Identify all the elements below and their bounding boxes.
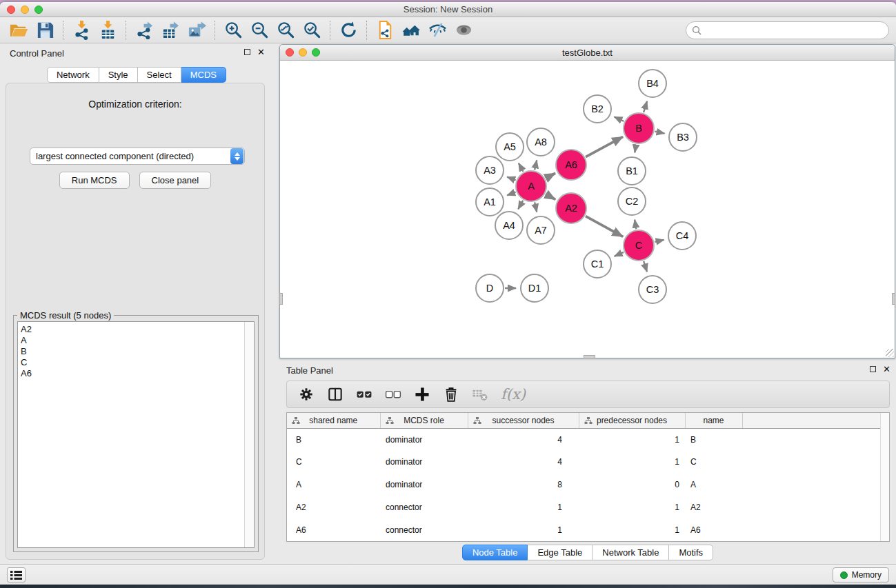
mcds-result-item[interactable]: C: [21, 357, 244, 368]
graph-edge-C-C4[interactable]: [655, 240, 664, 242]
graph-node-A5[interactable]: A5: [496, 133, 524, 161]
deselect-all-rows-button[interactable]: [381, 383, 406, 406]
column-header-name[interactable]: name: [685, 413, 742, 428]
table-row[interactable]: A6connector11A6: [287, 518, 880, 541]
graph-node-A4[interactable]: A4: [495, 212, 523, 239]
save-session-button[interactable]: [32, 19, 58, 41]
column-header-shared-name[interactable]: shared name: [287, 413, 380, 428]
graph-edge-A2-C[interactable]: [586, 216, 623, 237]
graph-node-C4[interactable]: C4: [668, 222, 696, 250]
open-session-button[interactable]: [6, 19, 32, 41]
network-window-titlebar[interactable]: testGlobe.txt: [280, 45, 895, 61]
graph-edge-B-B2[interactable]: [614, 116, 624, 121]
export-image-button[interactable]: [183, 19, 210, 41]
float-panel-icon[interactable]: [244, 49, 250, 55]
hide-panels-button[interactable]: [424, 19, 450, 41]
graph-node-D1[interactable]: D1: [521, 274, 548, 302]
graph-node-C3[interactable]: C3: [639, 276, 666, 303]
export-network-button[interactable]: [131, 19, 157, 41]
tab-motifs[interactable]: Motifs: [669, 545, 713, 560]
graph-edge-A-A1[interactable]: [507, 192, 515, 196]
tab-style[interactable]: Style: [99, 67, 138, 83]
graph-node-A[interactable]: A: [516, 171, 546, 201]
graph-edge-C-C2[interactable]: [635, 220, 636, 230]
table-row[interactable]: Bdominator41B: [287, 428, 880, 451]
graph-edge-A6-B[interactable]: [586, 136, 623, 156]
graph-edge-A-A7[interactable]: [535, 202, 537, 212]
graph-node-A3[interactable]: A3: [476, 156, 504, 184]
graph-node-A8[interactable]: A8: [527, 128, 555, 156]
graph-edge-B-B4[interactable]: [644, 101, 647, 112]
mcds-result-item[interactable]: A6: [21, 368, 244, 379]
graph-edge-A-A6[interactable]: [546, 173, 555, 178]
tab-network[interactable]: Network: [47, 67, 99, 83]
memory-button[interactable]: Memory: [833, 567, 889, 582]
create-column-button[interactable]: [410, 383, 435, 406]
table-scrollbar[interactable]: [880, 413, 889, 541]
task-history-button[interactable]: [7, 567, 26, 582]
window-titlebar[interactable]: Session: New Session: [0, 2, 896, 17]
new-network-button[interactable]: [372, 19, 398, 41]
criterion-dropdown[interactable]: largest connected component (directed): [30, 148, 245, 165]
graph-node-C2[interactable]: C2: [618, 187, 646, 215]
mcds-result-item[interactable]: B: [21, 346, 244, 357]
select-all-rows-button[interactable]: [352, 383, 377, 406]
tab-network-table[interactable]: Network Table: [593, 545, 669, 560]
graph-edge-C-C1[interactable]: [615, 252, 624, 256]
graph-node-B[interactable]: B: [624, 113, 654, 143]
column-header-mcds-role[interactable]: MCDS role: [380, 413, 468, 428]
graph-node-A6[interactable]: A6: [556, 150, 586, 180]
show-all-networks-button[interactable]: [398, 19, 424, 41]
close-table-panel-icon[interactable]: ✕: [883, 365, 890, 373]
search-box[interactable]: [686, 21, 889, 39]
zoom-out-button[interactable]: [246, 19, 272, 41]
tab-node-table[interactable]: Node Table: [462, 545, 528, 560]
network-canvas[interactable]: B4B2BB3A5A8A6A3B1AC2A1A2A4A7C4CC1DD1C3: [280, 61, 895, 358]
graph-node-B2[interactable]: B2: [584, 95, 611, 123]
graph-edge-A-A8[interactable]: [535, 160, 537, 170]
zoom-fit-button[interactable]: [272, 19, 299, 41]
delete-column-button[interactable]: [439, 383, 464, 406]
graph-node-A1[interactable]: A1: [476, 188, 504, 216]
zoom-in-button[interactable]: [220, 19, 246, 41]
column-header-successor-nodes[interactable]: successor nodes: [468, 413, 579, 428]
graph-edge-A-A3[interactable]: [507, 177, 515, 181]
result-list-scrollbar[interactable]: [244, 322, 254, 547]
show-eye-button[interactable]: [450, 19, 477, 41]
frame-grip-left[interactable]: [279, 293, 283, 305]
graph-node-C[interactable]: C: [624, 230, 654, 261]
graph-node-A7[interactable]: A7: [527, 216, 555, 244]
close-panel-icon[interactable]: ✕: [257, 48, 265, 56]
graph-node-B3[interactable]: B3: [669, 123, 697, 151]
graph-node-C1[interactable]: C1: [584, 250, 611, 278]
graph-node-A2[interactable]: A2: [556, 193, 586, 223]
apply-layout-button[interactable]: [335, 19, 361, 41]
import-network-button[interactable]: [68, 19, 94, 41]
network-canvas-svg[interactable]: B4B2BB3A5A8A6A3B1AC2A1A2A4A7C4CC1DD1C3: [280, 61, 895, 358]
frame-grip-bottom[interactable]: [584, 355, 595, 358]
graph-edge-B-B3[interactable]: [655, 132, 665, 134]
tab-mcds[interactable]: MCDS: [181, 67, 226, 83]
graph-node-D[interactable]: D: [476, 274, 504, 302]
zoom-selected-button[interactable]: [299, 19, 325, 41]
table-row[interactable]: Adominator80A: [287, 474, 880, 496]
table-row[interactable]: Cdominator41C: [287, 451, 880, 474]
table-row[interactable]: A2connector11A2: [287, 496, 880, 518]
toggle-columns-button[interactable]: [323, 383, 348, 406]
graph-edge-A-A5[interactable]: [519, 163, 524, 172]
mcds-result-item[interactable]: A: [21, 335, 244, 346]
graph-node-B4[interactable]: B4: [639, 70, 666, 97]
frame-grip-right[interactable]: [892, 293, 895, 305]
export-table-button[interactable]: [157, 19, 183, 41]
tab-select[interactable]: Select: [138, 67, 181, 83]
graph-edge-A-A4[interactable]: [518, 201, 523, 210]
mcds-result-item[interactable]: A2: [21, 324, 244, 335]
float-table-panel-icon[interactable]: [870, 366, 876, 372]
run-mcds-button[interactable]: Run MCDS: [59, 172, 130, 189]
table-settings-button[interactable]: [294, 383, 319, 406]
graph-edge-B-B1[interactable]: [635, 145, 636, 153]
tab-edge-table[interactable]: Edge Table: [528, 545, 593, 560]
close-panel-button[interactable]: Close panel: [139, 172, 212, 189]
column-header-predecessor-nodes[interactable]: predecessor nodes: [579, 413, 685, 428]
search-input[interactable]: [701, 23, 888, 37]
